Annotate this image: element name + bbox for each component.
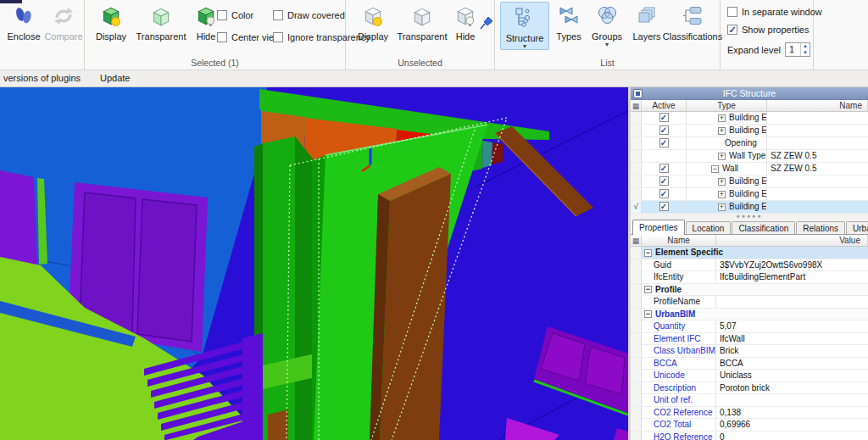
3d-viewport[interactable] (0, 87, 628, 440)
property-group-row[interactable]: −Element Specific (631, 247, 868, 259)
spinner-up-icon[interactable]: ▲ (801, 43, 810, 50)
types-button[interactable]: Types (553, 3, 585, 42)
active-checkbox[interactable]: ✓ (659, 113, 669, 122)
groups-button[interactable]: Groups ▾ (588, 3, 626, 47)
panel-title: IFC Structure (723, 88, 776, 98)
tree-row[interactable]: ✓+Building Ele... (631, 112, 868, 125)
unselected-display-button[interactable]: Display (353, 3, 393, 42)
row-indicator (631, 407, 642, 419)
dock-icon[interactable] (633, 89, 643, 98)
active-cell: ✓ (642, 175, 687, 187)
tree-row[interactable]: ✓−WallSZ ZEW 0.5 (631, 163, 868, 175)
property-value: 0,69966 (716, 419, 868, 431)
active-checkbox[interactable]: ✓ (659, 138, 669, 148)
enclose-button[interactable]: Enclose (5, 3, 42, 42)
menu-item-update[interactable]: Update (100, 73, 130, 83)
classifications-button[interactable]: Classifications (666, 3, 719, 42)
column-header-active[interactable]: Active (642, 100, 687, 112)
tree-row[interactable]: ✓Opening (631, 137, 868, 150)
name-cell (767, 112, 868, 124)
property-row[interactable]: CO2 Reference0,138 (631, 407, 868, 420)
property-row[interactable]: CO2 Total0,69966 (631, 419, 868, 432)
expand-icon[interactable]: + (718, 127, 726, 135)
active-checkbox[interactable]: ✓ (659, 189, 669, 198)
property-row[interactable]: UnicodeUniclass (631, 370, 868, 382)
window-panel-purple[interactable] (0, 170, 37, 265)
tree-row[interactable]: ✓+Building Ele... (631, 188, 868, 201)
grid-splitter-handle[interactable]: ●●●●● (631, 214, 868, 220)
tree-row[interactable]: +Wall TypeSZ ZEW 0.5 (631, 150, 868, 163)
tree-row[interactable]: ✓+Building Ele... (631, 125, 868, 137)
tree-row[interactable]: √✓+Building Ele... (631, 201, 868, 214)
property-group-row[interactable]: −UrbanBIM (631, 309, 868, 321)
property-row[interactable]: IfcEntityIfcBuildingElementPart (631, 271, 868, 284)
type-cell: +Building Ele... (687, 188, 767, 200)
compare-button[interactable]: Compare (44, 3, 83, 42)
expand-icon[interactable]: + (718, 203, 726, 211)
menu-item-versions-of-plugins[interactable]: versions of plugins (3, 73, 81, 83)
tab-relations[interactable]: Relations (796, 221, 845, 234)
layers-button[interactable]: Layers (629, 3, 665, 42)
active-checkbox[interactable]: ✓ (659, 202, 669, 211)
expand-icon[interactable]: + (718, 114, 726, 122)
collapse-icon[interactable]: − (644, 310, 652, 318)
panel-title-bar[interactable]: IFC Structure (631, 87, 868, 100)
grid-options-icon[interactable]: ▦ (631, 100, 642, 112)
collapse-icon[interactable]: − (711, 165, 719, 173)
selected-display-button[interactable]: Display (90, 3, 132, 42)
checkbox-in-separate-window[interactable]: In separate window (727, 7, 822, 17)
cube-white-display-icon (362, 3, 384, 30)
type-label: Wall Type (729, 150, 765, 162)
property-row[interactable]: DescriptionPoroton brick (631, 382, 868, 395)
expand-level-spinner[interactable]: 1 ▲ ▼ (785, 42, 810, 57)
checkbox-color[interactable]: Color (217, 10, 253, 20)
expand-icon[interactable]: + (718, 178, 726, 186)
property-row[interactable]: Guid3$VvbYZuj2OwttS6vo998X (631, 259, 868, 272)
property-row[interactable]: Class UrbanBIMBrick (631, 345, 868, 358)
property-row[interactable]: Quantity5,07 (631, 320, 868, 333)
property-row[interactable]: H2O Reference0 (631, 432, 868, 440)
tab-classification[interactable]: Classification (732, 221, 795, 234)
collapse-icon[interactable]: − (644, 286, 652, 293)
column-header-name[interactable]: Name (642, 235, 716, 247)
structure-button[interactable]: Structure ▾ (500, 2, 549, 50)
property-row[interactable]: ProfileName (631, 296, 868, 309)
property-name: Class UrbanBIM (642, 345, 716, 357)
row-indicator (631, 370, 642, 382)
expand-icon[interactable]: + (718, 153, 726, 160)
active-checkbox[interactable]: ✓ (659, 164, 669, 173)
group-label: Element Specific (655, 247, 723, 259)
property-value: Poroton brick (716, 382, 868, 394)
selected-transparent-button[interactable]: Transparent (134, 3, 188, 42)
active-checkbox[interactable]: ✓ (659, 176, 669, 186)
row-indicator (631, 419, 642, 431)
active-checkbox[interactable]: ✓ (659, 125, 669, 135)
property-row[interactable]: BCCABCCA (631, 358, 868, 370)
property-group-row[interactable]: −Profile (631, 284, 868, 297)
type-label: Building Ele... (729, 188, 767, 200)
column-header-type[interactable]: Type (687, 100, 767, 112)
tab-location[interactable]: Location (686, 221, 732, 234)
unselected-hide-button[interactable]: Hide (451, 3, 480, 42)
pin-icon[interactable] (480, 15, 493, 32)
ribbon-group-enclose: Enclose Compare (2, 0, 85, 70)
expand-icon[interactable]: + (718, 191, 726, 198)
tab-properties[interactable]: Properties (632, 220, 685, 235)
ribbon-toolbar: Enclose Compare (0, 0, 868, 70)
column-header-name[interactable]: Name (767, 100, 868, 112)
checkbox-show-properties[interactable]: ✓ Show properties (727, 25, 810, 35)
tab-urban-bim[interactable]: Urban BIM (846, 221, 868, 234)
unselected-transparent-button[interactable]: Transparent (395, 3, 449, 42)
checkbox-draw-covered[interactable]: Draw covered (273, 10, 345, 20)
grid-options-icon[interactable]: ▦ (631, 235, 642, 247)
spinner-down-icon[interactable]: ▼ (801, 50, 810, 57)
collapse-icon[interactable]: − (644, 249, 652, 257)
tree-row[interactable]: ✓+Building Ele... (631, 175, 868, 188)
property-row[interactable]: Unit of ref. (631, 394, 868, 407)
property-row[interactable]: Element IFCIfcWall (631, 333, 868, 346)
wall-slab-green[interactable] (263, 136, 295, 440)
checkbox-center-view[interactable]: Center view (217, 32, 281, 42)
classifications-icon (682, 3, 704, 30)
properties-grid: −Element SpecificGuid3$VvbYZuj2OwttS6vo9… (631, 247, 868, 440)
column-header-value[interactable]: Value (716, 235, 868, 247)
